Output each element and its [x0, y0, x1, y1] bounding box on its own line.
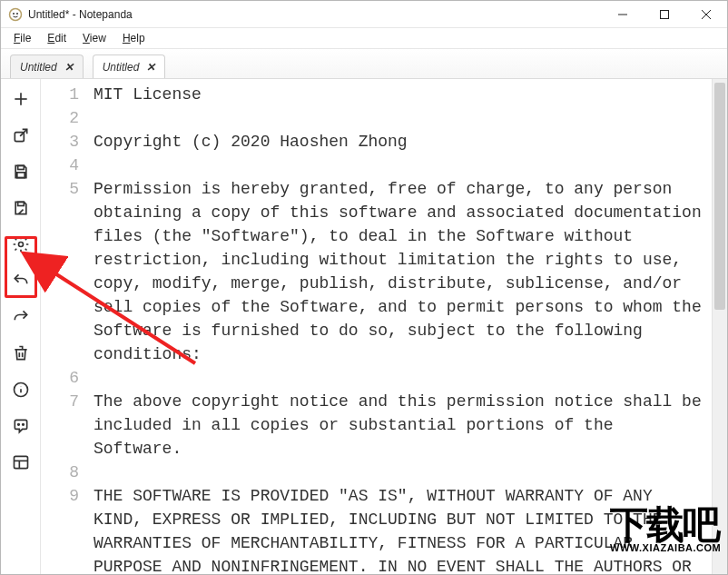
close-icon[interactable]: ✕: [146, 61, 155, 74]
editor-line: [93, 461, 706, 484]
app-window: Untitled* - Notepanda File Edit View Hel…: [0, 0, 728, 575]
tab-untitled-1[interactable]: Untitled ✕: [93, 55, 166, 78]
svg-rect-21: [14, 456, 27, 468]
editor-line: Copyright (c) 2020 Haoshen Zhong: [93, 130, 706, 154]
line-number: 8: [44, 461, 79, 484]
menu-edit[interactable]: Edit: [40, 30, 74, 46]
menu-view[interactable]: View: [75, 30, 113, 46]
editor-line: [93, 366, 706, 390]
svg-rect-10: [17, 165, 24, 169]
line-number: 9: [44, 484, 79, 508]
close-icon[interactable]: ✕: [64, 61, 74, 74]
editor-line: THE SOFTWARE IS PROVIDED "AS IS", WITHOU…: [93, 484, 706, 574]
settings-button[interactable]: [7, 232, 34, 257]
menu-file[interactable]: File: [6, 30, 38, 46]
svg-point-1: [13, 13, 15, 15]
redo-button[interactable]: [7, 304, 34, 330]
tab-label: Untitled: [103, 61, 140, 74]
close-button[interactable]: [685, 1, 727, 28]
menubar: File Edit View Help: [1, 28, 727, 48]
line-number: 4: [44, 154, 79, 177]
line-number: 2: [44, 106, 79, 130]
editor-line: [93, 106, 706, 130]
minimize-button[interactable]: [602, 1, 644, 28]
vertical-scrollbar[interactable]: [712, 79, 727, 574]
tab-untitled-0[interactable]: Untitled ✕: [10, 55, 84, 78]
line-number: 3: [44, 130, 79, 154]
svg-point-13: [18, 243, 23, 247]
line-number: 1: [44, 83, 79, 106]
window-title: Untitled* - Notepanda: [28, 8, 133, 21]
svg-rect-4: [661, 10, 669, 18]
line-number: 6: [44, 366, 79, 390]
content-area: 123456789 MIT LicenseCopyright (c) 2020 …: [1, 79, 727, 574]
save-button[interactable]: [7, 159, 34, 184]
undo-button[interactable]: [7, 268, 34, 293]
svg-point-20: [22, 424, 24, 426]
new-file-button[interactable]: [7, 86, 34, 112]
layout-button[interactable]: [7, 450, 34, 475]
maximize-button[interactable]: [644, 1, 685, 28]
svg-point-19: [17, 424, 19, 426]
svg-point-2: [16, 13, 18, 15]
editor-line: Permission is hereby granted, free of ch…: [93, 177, 706, 366]
tab-label: Untitled: [20, 61, 57, 74]
line-number: 5: [44, 177, 79, 201]
about-button[interactable]: [7, 377, 34, 402]
editor-line: The above copyright notice and this perm…: [93, 390, 706, 461]
svg-rect-11: [16, 173, 24, 178]
line-number-gutter: 123456789: [41, 79, 88, 574]
titlebar: Untitled* - Notepanda: [1, 1, 727, 28]
text-area[interactable]: MIT LicenseCopyright (c) 2020 Haoshen Zh…: [88, 79, 712, 574]
left-toolbar: [1, 79, 41, 574]
line-number: 7: [44, 390, 79, 413]
tabbar: Untitled ✕ Untitled ✕: [1, 48, 727, 79]
editor: 123456789 MIT LicenseCopyright (c) 2020 …: [41, 79, 727, 574]
sticker-button[interactable]: [7, 413, 34, 439]
delete-button[interactable]: [7, 341, 34, 366]
menu-help[interactable]: Help: [115, 30, 152, 46]
save-as-button[interactable]: [7, 195, 34, 221]
open-external-button[interactable]: [7, 123, 34, 148]
svg-rect-12: [17, 202, 24, 205]
scrollbar-thumb[interactable]: [714, 83, 725, 310]
app-icon: [8, 7, 23, 22]
editor-line: MIT License: [93, 83, 706, 106]
editor-line: [93, 154, 706, 177]
svg-point-0: [10, 8, 22, 20]
